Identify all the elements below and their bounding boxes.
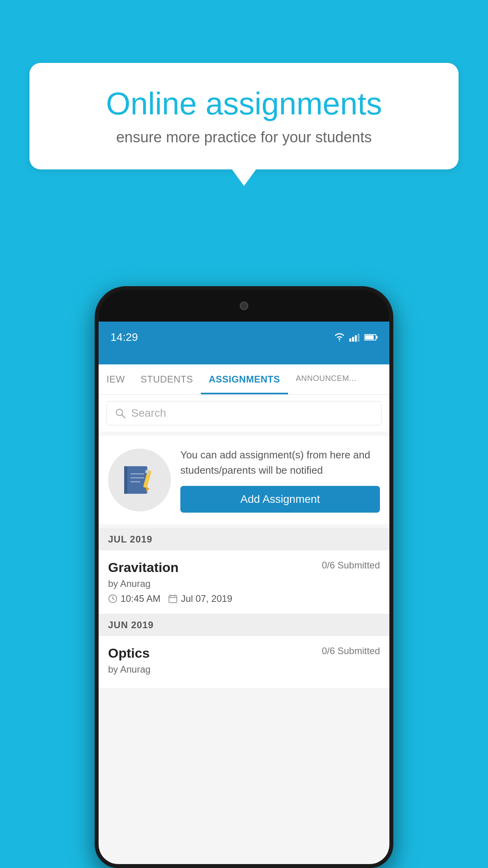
- bubble-title: Online assignments: [57, 86, 431, 121]
- speech-bubble: Online assignments ensure more practice …: [29, 63, 459, 169]
- assignment-optics-submitted: 0/6 Submitted: [322, 645, 380, 657]
- svg-rect-0: [349, 338, 351, 342]
- svg-rect-2: [355, 335, 357, 342]
- status-icons: [334, 333, 378, 342]
- battery-icon: [364, 334, 378, 341]
- promo-icon-circle: [108, 449, 171, 511]
- svg-line-20: [113, 599, 114, 600]
- tab-students[interactable]: STUDENTS: [133, 364, 201, 394]
- bubble-subtitle: ensure more practice for your students: [57, 129, 431, 146]
- status-bar: 14:29: [99, 322, 389, 353]
- svg-rect-3: [358, 334, 360, 342]
- assignment-gravitation[interactable]: Gravitation 0/6 Submitted by Anurag 10:4…: [99, 550, 389, 614]
- svg-rect-13: [130, 477, 144, 478]
- side-button-left: [95, 428, 99, 451]
- section-jul-2019: JUL 2019: [99, 528, 389, 550]
- svg-line-9: [122, 415, 125, 418]
- add-assignment-button[interactable]: Add Assignment: [180, 486, 380, 513]
- promo-text: You can add assignment(s) from here and …: [180, 447, 380, 478]
- status-time: 14:29: [110, 331, 138, 344]
- signal-icon: [349, 333, 360, 342]
- search-container: Search: [99, 395, 389, 432]
- promo-card: You can add assignment(s) from here and …: [99, 436, 389, 524]
- phone-notch: [99, 290, 389, 322]
- phone-screen: 14:29: [99, 322, 389, 864]
- assignment-gravitation-date: Jul 07, 2019: [168, 593, 232, 604]
- assignment-optics[interactable]: Optics 0/6 Submitted by Anurag: [99, 636, 389, 689]
- tab-iew[interactable]: IEW: [99, 364, 133, 394]
- assignment-gravitation-submitted: 0/6 Submitted: [322, 560, 380, 571]
- tab-assignments[interactable]: ASSIGNMENTS: [201, 364, 288, 394]
- assignment-optics-by: by Anurag: [108, 664, 380, 675]
- notch-camera: [240, 302, 248, 310]
- assignment-gravitation-title: Gravitation: [108, 560, 178, 575]
- calendar-icon: [168, 594, 178, 603]
- wifi-icon: [334, 333, 345, 342]
- svg-rect-21: [169, 596, 177, 603]
- notch-cutout: [209, 296, 279, 316]
- speech-bubble-wrapper: Online assignments ensure more practice …: [29, 63, 459, 186]
- svg-rect-1: [352, 337, 354, 342]
- search-placeholder: Search: [131, 407, 166, 419]
- tabs-bar: IEW STUDENTS ASSIGNMENTS ANNOUNCEM...: [99, 364, 389, 395]
- assignment-gravitation-by: by Anurag: [108, 578, 380, 589]
- tab-announcements[interactable]: ANNOUNCEM...: [288, 364, 364, 394]
- svg-rect-10: [126, 466, 147, 494]
- promo-content: You can add assignment(s) from here and …: [180, 447, 380, 513]
- assignment-optics-top: Optics 0/6 Submitted: [108, 645, 380, 661]
- search-icon: [115, 408, 126, 419]
- svg-rect-6: [365, 335, 374, 339]
- assignment-gravitation-time: 10:45 AM: [108, 593, 160, 604]
- assignment-optics-title: Optics: [108, 645, 150, 661]
- assignment-gravitation-meta: 10:45 AM Jul 07, 2019: [108, 593, 380, 604]
- clock-icon: [108, 594, 117, 603]
- assignment-gravitation-time-text: 10:45 AM: [121, 593, 160, 604]
- svg-rect-5: [376, 336, 378, 338]
- assignment-gravitation-top: Gravitation 0/6 Submitted: [108, 560, 380, 575]
- search-bar[interactable]: Search: [106, 401, 382, 425]
- section-jun-2019: JUN 2019: [99, 614, 389, 636]
- assignment-gravitation-date-text: Jul 07, 2019: [181, 593, 232, 604]
- side-button-right: [389, 408, 393, 447]
- svg-rect-12: [130, 473, 144, 474]
- phone-frame: 14:29: [95, 286, 393, 868]
- notebook-icon: [122, 462, 157, 498]
- svg-rect-11: [124, 466, 127, 494]
- speech-bubble-tail: [231, 169, 257, 186]
- svg-rect-14: [130, 481, 140, 482]
